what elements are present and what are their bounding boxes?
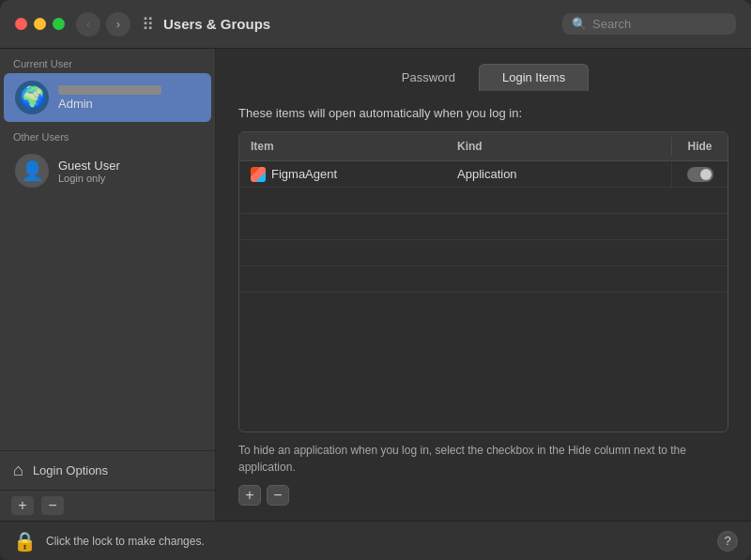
login-items-table: Item Kind Hide FigmaAgent Application (238, 131, 728, 432)
panel-content: These items will open automatically when… (216, 91, 751, 521)
main-content: Current User 🌍 Admin Other Users 👤 Guest… (0, 49, 751, 521)
col-hide-header: Hide (671, 137, 728, 156)
sidebar-spacer (0, 195, 215, 450)
tabs-row: Password Login Items (216, 49, 751, 91)
guest-user-item[interactable]: 👤 Guest User Login only (4, 146, 211, 195)
nav-buttons: ‹ › (76, 12, 130, 37)
bottom-bar: 🔒 Click the lock to make changes. ? (0, 521, 751, 560)
hide-note: To hide an application when you log in, … (238, 442, 728, 476)
search-icon: 🔍 (572, 17, 587, 31)
title-bar: ‹ › ⠿ Users & Groups 🔍 (0, 0, 751, 49)
lock-text: Click the lock to make changes. (46, 535, 708, 548)
other-users-label: Other Users (0, 122, 215, 146)
login-options-item[interactable]: ⌂ Login Options (0, 450, 215, 490)
add-user-button[interactable]: + (11, 496, 34, 515)
login-options-label: Login Options (33, 463, 108, 477)
add-remove-row: + − (238, 485, 728, 506)
empty-row-4 (239, 266, 728, 293)
empty-row-3 (239, 240, 728, 266)
figma-icon (251, 167, 266, 182)
guest-user-sublabel: Login only (58, 173, 120, 184)
remove-user-button[interactable]: − (41, 496, 64, 515)
back-button[interactable]: ‹ (76, 12, 100, 37)
current-user-info: Admin (58, 85, 161, 111)
guest-user-info: Guest User Login only (58, 159, 120, 184)
close-button[interactable] (15, 18, 27, 30)
sidebar: Current User 🌍 Admin Other Users 👤 Guest… (0, 49, 216, 521)
guest-user-avatar: 👤 (15, 154, 49, 188)
cell-kind-value: Application (446, 162, 671, 186)
table-header: Item Kind Hide (239, 132, 728, 161)
hide-toggle[interactable] (687, 167, 713, 182)
tab-login-items[interactable]: Login Items (479, 64, 589, 91)
current-user-item[interactable]: 🌍 Admin (4, 73, 211, 122)
cell-hide-toggle[interactable] (671, 162, 728, 187)
minimize-button[interactable] (34, 18, 46, 30)
empty-row-5 (239, 293, 728, 319)
search-input[interactable] (592, 17, 727, 31)
add-login-item-button[interactable]: + (238, 485, 261, 506)
table-row[interactable]: FigmaAgent Application (239, 161, 728, 188)
empty-row-1 (239, 188, 728, 214)
search-bar[interactable]: 🔍 (562, 13, 736, 35)
right-panel: Password Login Items These items will op… (216, 49, 751, 521)
guest-user-name: Guest User (58, 159, 120, 173)
sidebar-bottom-bar: + − (0, 490, 215, 521)
login-options-icon: ⌂ (13, 461, 23, 480)
maximize-button[interactable] (53, 18, 65, 30)
empty-row-2 (239, 214, 728, 240)
cell-item-name: FigmaAgent (239, 162, 446, 187)
grid-icon: ⠿ (142, 14, 154, 35)
col-kind-header: Kind (446, 137, 671, 156)
current-user-name-blurred (58, 85, 161, 95)
auto-open-text: These items will open automatically when… (238, 106, 728, 120)
forward-button[interactable]: › (106, 12, 130, 37)
window-title: Users & Groups (163, 16, 562, 32)
traffic-lights (15, 18, 65, 30)
lock-icon[interactable]: 🔒 (13, 530, 37, 552)
tab-password[interactable]: Password (378, 64, 479, 91)
col-item-header: Item (239, 137, 446, 156)
current-user-avatar: 🌍 (15, 81, 49, 114)
current-user-name: Admin (58, 97, 161, 111)
current-user-label: Current User (0, 49, 215, 73)
help-button[interactable]: ? (717, 531, 738, 552)
remove-login-item-button[interactable]: − (267, 485, 289, 506)
